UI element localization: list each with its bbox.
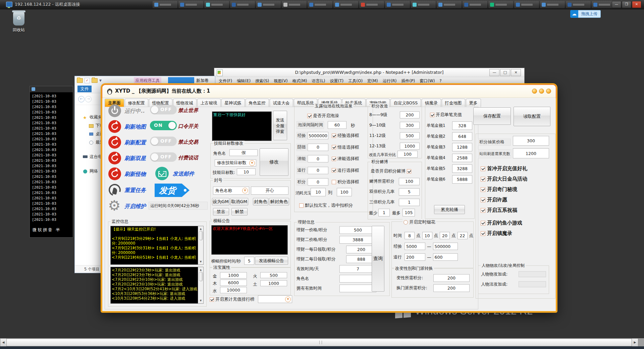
menu-item[interactable]: 运行(R) xyxy=(380,78,399,84)
rank-dropdown[interactable]: ▼ xyxy=(258,295,292,303)
taskbar-item[interactable] xyxy=(566,1,591,8)
gm-tool-window[interactable]: XYTD _ 【亲测源码网】当前在线人数：1 主界面修改配置怪物配置怪物攻城上古… xyxy=(101,83,557,313)
carousel-button[interactable]: 累充轮播 xyxy=(434,205,465,214)
street-recharge-input[interactable]: 1200 xyxy=(513,148,549,158)
chevron-down-icon[interactable]: ▼ xyxy=(99,79,102,82)
taskbar-item[interactable] xyxy=(230,1,255,8)
menu-item[interactable]: 宏(M) xyxy=(365,78,380,84)
gear-icon[interactable] xyxy=(108,200,121,212)
forward-icon[interactable]: → xyxy=(85,96,92,102)
refresh-icon[interactable] xyxy=(108,167,121,180)
enable-gamble-checkbox[interactable]: 是否开启积分赌博 xyxy=(371,168,411,174)
value-input[interactable]: 1 xyxy=(399,199,420,206)
value-input[interactable]: 3888 xyxy=(339,236,376,244)
amount-input[interactable]: 3288 xyxy=(452,164,472,173)
console-titlebar[interactable] xyxy=(30,86,73,92)
mute-button[interactable]: 禁言 xyxy=(213,208,229,215)
minimize-icon[interactable]: — xyxy=(612,1,621,8)
player-monitor-log[interactable]: <7月20日2时23分3秒>玩家: 退出游戏<7月20日2时23分7秒>玩家: … xyxy=(110,267,204,304)
close-icon[interactable]: × xyxy=(511,69,521,76)
value-input[interactable] xyxy=(339,285,376,292)
menu-item[interactable]: 文件(F) xyxy=(216,78,234,84)
value-input[interactable] xyxy=(339,275,376,283)
unmute-button[interactable]: 解禁 xyxy=(231,208,248,215)
send-popup-button[interactable]: 发送全服弹窗 xyxy=(273,111,287,140)
ban-name-input[interactable]: 开心 xyxy=(251,187,288,195)
max-input[interactable]: 105 xyxy=(402,209,415,216)
fire-input[interactable]: 500 xyxy=(260,272,287,278)
paid-chat-toggle[interactable]: OFF xyxy=(150,152,177,162)
value-input[interactable] xyxy=(519,281,546,287)
feature-checkbox[interactable]: 开启钓鱼小游戏 xyxy=(481,218,552,228)
recycle-bin-icon[interactable]: 回收站 xyxy=(9,12,29,33)
notepad-titlebar[interactable]: D:\phpstudy_pro\WWW\wd\gm\index.php - No… xyxy=(214,68,524,77)
value-input[interactable]: 200 xyxy=(433,274,470,282)
wood-input[interactable]: 6000 xyxy=(220,280,247,286)
taskbar-item[interactable] xyxy=(385,1,410,8)
amount-input[interactable]: 5888 xyxy=(452,175,472,184)
feature-checkbox[interactable]: 开启镇魔录 xyxy=(481,228,552,239)
gm-tab[interactable]: 星神试炼 xyxy=(221,99,245,107)
restore-icon[interactable]: ❐ xyxy=(622,1,631,8)
hour-input[interactable]: 8 xyxy=(405,232,415,239)
query-button[interactable]: 查询 xyxy=(372,226,384,292)
close-icon[interactable] xyxy=(546,89,551,94)
skill-action-dropdown[interactable]: 修改技能目标数▼ xyxy=(215,159,256,166)
value-input[interactable]: 5000000 xyxy=(308,132,328,139)
maximize-icon[interactable]: □ xyxy=(500,69,510,76)
drag-upload-widget[interactable]: ☁ 拖拽上传 xyxy=(570,10,601,18)
gm-titlebar[interactable]: XYTD _ 【亲测源码网】当前在线人数：1 xyxy=(102,85,556,98)
recharge-rank-checkbox[interactable]: 开启累计充值排行榜 xyxy=(210,296,255,302)
send-banner-button[interactable]: 发送横幅公告 xyxy=(255,257,288,265)
select-checkbox[interactable]: 积分选择框 xyxy=(332,179,359,185)
lottery-price-input[interactable]: 300 xyxy=(513,136,549,146)
world-mute-toggle[interactable]: OFF xyxy=(150,105,177,114)
trade-ban-toggle[interactable]: OFF xyxy=(150,137,177,146)
taskbar-item[interactable] xyxy=(411,1,436,8)
taskbar-item[interactable] xyxy=(437,1,462,8)
taskbar-item[interactable] xyxy=(514,1,539,8)
select-checkbox[interactable]: 悟道选择框 xyxy=(332,144,359,150)
password-switch-toggle[interactable]: ON xyxy=(150,121,177,130)
quick-access-toolbar[interactable]: ✓ ▼ xyxy=(77,78,102,83)
hour-input[interactable]: 10 xyxy=(422,232,432,239)
banner-duration-input[interactable]: 5 xyxy=(244,257,254,265)
value-input[interactable]: 7 xyxy=(339,265,376,273)
value-input[interactable]: 0 xyxy=(308,155,328,162)
feature-checkbox[interactable]: 开启大日金乌活动 xyxy=(481,174,552,184)
feature-checkbox[interactable]: 开启奇门秘境 xyxy=(481,184,552,195)
earth-input[interactable]: 1000 xyxy=(260,280,287,286)
select-checkbox[interactable]: 道行选择框 xyxy=(332,167,359,173)
taskbar-item[interactable] xyxy=(540,1,565,8)
back-icon[interactable]: ← xyxy=(78,96,85,102)
amount-input[interactable]: 648 xyxy=(452,132,472,141)
rdp-horizontal-scrollbar[interactable]: ◀ ▶ xyxy=(0,338,644,346)
ban-role-button[interactable]: 封角色 xyxy=(253,198,268,205)
drive-tools-chip[interactable] xyxy=(168,77,194,84)
chat-monitor-log[interactable]: 【提示】聊天监控已开启! <7月9日21时3分29秒>【当前】小龙人: 当前积分… xyxy=(110,226,204,265)
amount-input[interactable]: 2588 xyxy=(452,154,472,162)
select-checkbox[interactable]: 潜能选择框 xyxy=(332,156,359,162)
save-config-button[interactable]: 保存配置 xyxy=(473,107,511,125)
enable-bath-checkbox[interactable]: 是否开启泡澡 xyxy=(307,113,339,119)
min-input[interactable]: 1 xyxy=(378,209,390,216)
unset-gm-button[interactable]: 取消GM xyxy=(230,198,248,205)
hour-input[interactable]: 20 xyxy=(440,232,450,239)
deduct-checkbox[interactable]: 默认扣元宝，选中扣积分 xyxy=(299,202,353,208)
console-window[interactable]: [2021-10-03[2021-10-03[2021-10-03[2021-1… xyxy=(30,86,73,238)
value-input[interactable]: 500 xyxy=(339,226,376,234)
menu-item[interactable]: 语言(L) xyxy=(310,78,328,84)
enable-single-recharge-checkbox[interactable]: 开启单笔充值 xyxy=(430,112,462,118)
taskbar-item[interactable] xyxy=(308,1,332,8)
gm-tab[interactable]: 试道大会 xyxy=(270,99,293,107)
taskbar-item[interactable] xyxy=(333,1,358,8)
taskbar-item[interactable] xyxy=(282,1,307,8)
menu-item[interactable]: 插件(P) xyxy=(399,78,418,84)
skill-target-input[interactable]: 10 xyxy=(237,168,256,175)
maximize-icon[interactable] xyxy=(539,89,544,94)
ship-goods-button[interactable]: 发货 xyxy=(155,184,190,197)
scroll-left-icon[interactable]: ◀ xyxy=(0,338,7,347)
cost-min-input[interactable]: 10 xyxy=(311,188,326,196)
close-icon[interactable]: ✕ xyxy=(632,1,641,8)
menu-item[interactable]: 格式(M) xyxy=(290,78,310,84)
